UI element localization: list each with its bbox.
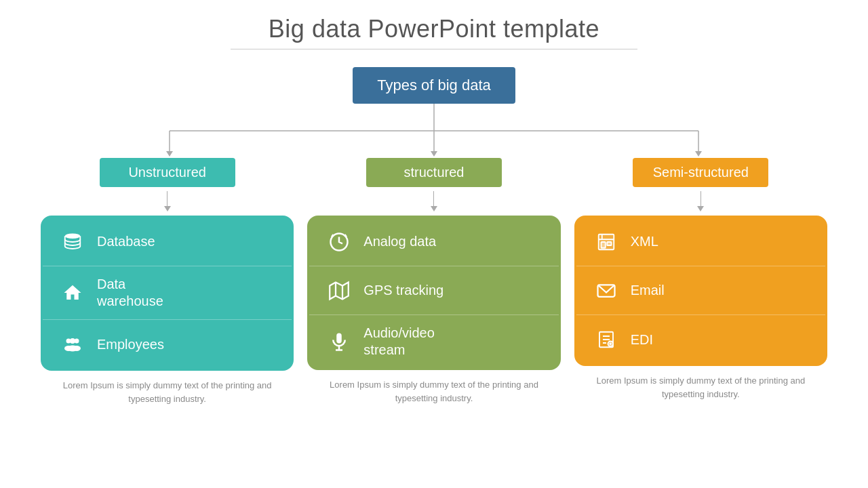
card-row-gps: GPS tracking — [309, 266, 558, 315]
connector-svg — [41, 104, 827, 158]
svg-marker-7 — [695, 151, 702, 157]
employees-icon — [54, 334, 92, 354]
card-row-xml: XML — [576, 218, 825, 266]
category-semi-structured: Semi-structured — [633, 158, 768, 187]
audio-label: Audio/videostream — [363, 325, 435, 359]
database-icon — [54, 232, 92, 252]
edi-label: EDI — [631, 331, 653, 348]
main-title: Big data PowerPoint template — [41, 15, 827, 43]
edi-icon — [587, 329, 625, 350]
title-section: Big data PowerPoint template — [41, 0, 827, 55]
arrow-line-3 — [701, 191, 701, 206]
category-structured: structured — [366, 158, 502, 187]
svg-point-11 — [70, 338, 75, 344]
card-unstructured: Database Datawarehouse — [41, 216, 294, 371]
connector-tree — [41, 104, 827, 158]
card-row-warehouse: Datawarehouse — [43, 266, 292, 320]
title-divider — [231, 49, 637, 49]
xml-label: XML — [631, 233, 658, 250]
arrow-head — [164, 206, 171, 211]
arrow-line-2 — [433, 191, 434, 206]
column-structured: structured Analog data — [307, 158, 560, 405]
warehouse-icon — [54, 283, 92, 303]
map-icon — [320, 281, 358, 301]
card-row-employees: Employees — [43, 320, 292, 369]
gps-label: GPS tracking — [363, 282, 443, 299]
svg-point-14 — [68, 346, 77, 352]
database-label: Database — [97, 233, 155, 250]
arrow-line — [167, 191, 167, 206]
footer-structured: Lorem Ipsum is simply dummy text of the … — [307, 378, 560, 405]
card-row-analog: Analog data — [309, 218, 558, 266]
warehouse-label: Datawarehouse — [97, 276, 163, 310]
card-structured: Analog data GPS tracking — [307, 216, 560, 370]
svg-marker-16 — [330, 282, 349, 299]
column-unstructured: Unstructured Database — [41, 158, 294, 405]
analog-label: Analog data — [363, 233, 436, 250]
top-node: Types of big data — [353, 67, 515, 104]
svg-point-8 — [65, 233, 81, 239]
svg-marker-5 — [166, 151, 173, 157]
svg-rect-26 — [607, 242, 611, 245]
card-semi: XML Email — [574, 216, 827, 366]
arrow-head-2 — [431, 206, 437, 211]
footer-semi: Lorem Ipsum is simply dummy text of the … — [574, 374, 827, 401]
category-unstructured: Unstructured — [100, 158, 235, 187]
xml-icon — [587, 232, 625, 252]
employees-label: Employees — [97, 336, 164, 353]
email-label: Email — [631, 282, 665, 299]
svg-marker-6 — [431, 151, 437, 157]
arrow-structured — [431, 191, 437, 211]
columns: Unstructured Database — [41, 158, 827, 405]
top-node-wrapper: Types of big data — [41, 67, 827, 104]
arrow-head-3 — [697, 206, 704, 211]
footer-unstructured: Lorem Ipsum is simply dummy text of the … — [41, 379, 294, 405]
svg-rect-19 — [337, 333, 342, 344]
arrow-semi — [697, 191, 704, 211]
column-semi-structured: Semi-structured XML — [574, 158, 827, 401]
card-row-database: Database — [43, 218, 292, 266]
card-row-audio: Audio/videostream — [309, 315, 558, 368]
clock-icon — [320, 232, 358, 252]
arrow-unstructured — [164, 191, 171, 211]
mic-icon — [320, 331, 358, 352]
slide: Big data PowerPoint template Types of bi… — [0, 0, 868, 488]
card-row-edi: EDI — [576, 315, 825, 364]
email-icon — [587, 281, 625, 300]
card-row-email: Email — [576, 266, 825, 315]
svg-rect-25 — [601, 242, 605, 248]
